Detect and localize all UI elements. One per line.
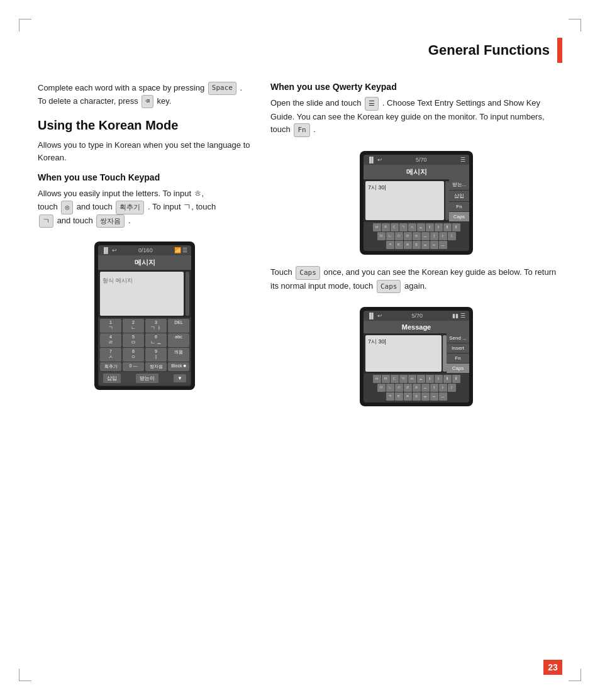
phone-side-menu-2: 받는... 삽입 Fn Caps: [449, 179, 469, 222]
qk2-3: ㄷ: [391, 375, 399, 383]
key-3-3: 9|: [145, 348, 167, 362]
touch-keypad-title: When you use Touch Keypad: [38, 172, 252, 182]
phone-screen-2: ▐▌ ↩ 5/70 ☰ 메시지 7시 30|: [364, 155, 469, 251]
touch-body-4: . To input ㄱ, touch: [148, 202, 216, 211]
qk2-7: ㅕ: [426, 375, 434, 383]
footer: 23: [543, 660, 562, 675]
phone-screen-1: ▐▌ ↩ 0/160 📶 ☰ 메시지 형식 메시지: [98, 245, 191, 386]
header: General Functions: [0, 0, 600, 75]
phone-keyboard-1: 1ㄱ 2ㄴ 3ㄱ ㅏ DEL 4ㄹ 5ㅁ 6ㄴ ㅗ abc: [98, 318, 191, 386]
phone-signal-icon-2: 📶: [174, 247, 181, 253]
bottom-insert-btn: 삽입: [103, 374, 121, 383]
qk2-4: ㄲ: [399, 375, 408, 383]
qwerty2-row-2: ㅁㄴㅇㄹㅎㅗㅓㅏㅣ: [365, 384, 468, 392]
qk2-15: ㅎ: [413, 384, 421, 392]
qk-7: ㅕ: [426, 223, 434, 231]
qk2-20: ㅋ: [386, 392, 394, 401]
phone-screen-3: ▐▌ ↩ 5/70 ▮▮ ☰ Message 7시: [364, 311, 469, 403]
qk-12: ㄴ: [386, 232, 394, 240]
ssangjaeeum-icon: 쌍자음: [96, 214, 125, 228]
qk-1: ㅂ: [373, 223, 381, 231]
qk-14: ㄹ: [404, 232, 412, 240]
qk2-16: ㅗ: [421, 384, 430, 392]
key-1-2: 2ㄴ: [123, 319, 144, 333]
key-row-2: 4ㄹ 5ㅁ 6ㄴ ㅗ abc: [99, 333, 190, 347]
phone-signal-2: ▐▌: [367, 157, 375, 163]
corner-mark-tr: [569, 19, 581, 31]
corner-mark-tl: [19, 19, 31, 31]
key-row-3: 7ㅅ 8ㅇ 9| 띄움: [99, 348, 190, 362]
hoekchuki-icon: 획추기: [116, 201, 144, 214]
key-2-3: 6ㄴ ㅗ: [145, 333, 167, 347]
qwerty-text-3: Touch: [270, 267, 292, 277]
qk2-19: ㅣ: [448, 384, 456, 392]
phone-input-text-1: 형식 메시지: [103, 277, 133, 284]
key-ssang: 쌍자음: [145, 362, 167, 371]
fn-icon-1: Fn: [294, 123, 309, 137]
phone-input-wrapper-2: 7시 30| 받는... 삽입 Fn Caps: [364, 179, 469, 222]
delete-button-icon: ⌫: [142, 95, 153, 108]
phone-counter-2: 5/70: [416, 157, 427, 163]
phone-right-icons-1: 📶 ☰: [174, 247, 187, 253]
key-zero: 0 —: [123, 362, 144, 371]
qk-22: ㅊ: [404, 241, 412, 249]
key-del: DEL: [168, 319, 189, 333]
qk-10: ㅔ: [452, 223, 460, 231]
header-accent-bar: [557, 38, 562, 63]
phone-back-3: ↩: [377, 313, 382, 319]
qwerty-body-1: Open the slide and touch ☰ . Choose Text…: [270, 97, 562, 137]
key-1-3: 3ㄱ ㅏ: [145, 319, 167, 333]
phone-back-2: ↩: [377, 157, 382, 163]
phone-title-2: 메시지: [364, 165, 469, 179]
qk2-25: ㅜ: [430, 392, 438, 401]
qk2-6: ㅛ: [417, 375, 425, 383]
qk-16: ㅗ: [421, 232, 430, 240]
qk2-23: ㅍ: [413, 392, 421, 401]
corner-mark-br: [569, 669, 581, 681]
qwerty-row-2: ㅁㄴㅇㄹㅎㅗㅓㅏㅣ: [365, 232, 468, 240]
caps-icon-1: Caps: [296, 266, 320, 280]
phone-input-1: 형식 메시지: [100, 272, 184, 316]
key-2-1: 4ㄹ: [100, 333, 121, 347]
key-row-1: 1ㄱ 2ㄴ 3ㄱ ㅏ DEL: [99, 319, 190, 333]
qk-8: ㅑ: [435, 223, 443, 231]
qwerty-row-1: ㅂㅈㄷㄱㅅㅛㅕㅑㅐㅔ: [365, 223, 468, 231]
menu-item-receive: 받는...: [449, 179, 469, 191]
qwerty2-row-3: ㅋㅌㅊㅍㅠㅜㅡ: [365, 392, 468, 401]
qk-20: ㅋ: [386, 241, 394, 249]
phone-title-3: Message: [364, 321, 469, 333]
qk2-12: ㄴ: [386, 384, 394, 392]
key-row-4: 획추가 0 — 쌍자음 Block ■: [99, 362, 190, 371]
qk-25: ㅜ: [430, 241, 438, 249]
qk-3: ㄷ: [391, 223, 399, 231]
qk2-26: ㅡ: [439, 392, 447, 401]
qk2-11: ㅁ: [377, 384, 386, 392]
circle-icon: ◎: [61, 201, 73, 214]
qwerty2-row-1: ㅂㅉㄷㄲㅆㅛㅕㅑㅒㅖ: [365, 375, 468, 383]
qwerty-text-5: again.: [404, 281, 426, 291]
phone-mockup-1-wrapper: ▐▌ ↩ 0/160 📶 ☰ 메시지 형식 메시지: [38, 235, 252, 396]
page-title: General Functions: [428, 42, 550, 58]
qk-2: ㅈ: [382, 223, 390, 231]
menu-item-insert-en: Insert: [447, 343, 469, 353]
key-space: 띄움: [168, 348, 189, 362]
menu-item-send: Send ...: [447, 333, 469, 343]
phone-battery-3: ▮▮: [452, 313, 458, 319]
phone-bottom-bar-1: 삽입 받는이 ▼: [99, 372, 190, 385]
phone-input-text-2: 7시 30|: [368, 184, 386, 191]
qk2-13: ㅇ: [395, 384, 403, 392]
qk2-1: ㅂ: [373, 375, 381, 383]
phone-mockup-3-wrapper: ▐▌ ↩ 5/70 ▮▮ ☰ Message 7시: [270, 301, 562, 413]
phone-scrollbar-1: [186, 272, 189, 316]
qk-18: ㅏ: [439, 232, 447, 240]
qk-21: ㅌ: [395, 241, 403, 249]
qk-9: ㅐ: [443, 223, 452, 231]
qk2-10: ㅖ: [452, 375, 460, 383]
qk2-18: ㅏ: [439, 384, 447, 392]
qk-6: ㅛ: [417, 223, 425, 231]
qk2-14: ㄹ: [404, 384, 412, 392]
phone-status-bar-1: ▐▌ ↩ 0/160 📶 ☰: [98, 245, 191, 255]
touch-keypad-body: Allows you easily input the letters. To …: [38, 187, 252, 228]
phone-mockup-2: ▐▌ ↩ 5/70 ☰ 메시지 7시 30|: [360, 151, 473, 255]
phone-right-icons-3: ▮▮ ☰: [452, 313, 465, 319]
